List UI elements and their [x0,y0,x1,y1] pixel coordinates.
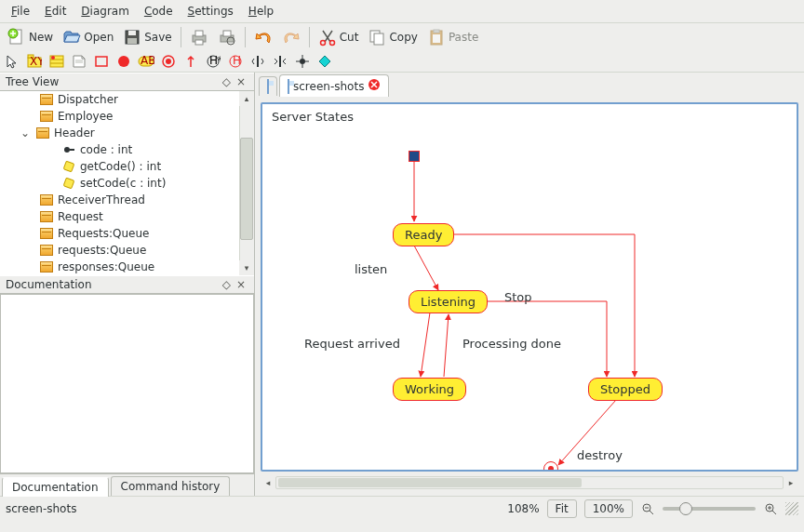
tree-item-op-setcode[interactable]: setCode(c : int) [0,175,254,192]
print-preview-icon [218,28,236,47]
pointer-tool-icon[interactable] [4,53,20,70]
new-button[interactable]: New [4,25,57,49]
redo-button[interactable] [278,25,304,49]
menu-help[interactable]: Help [241,2,281,20]
detach-panel-icon[interactable]: ◇ [220,75,234,88]
scroll-up-icon[interactable]: ▴ [239,91,254,106]
zoom-in-icon[interactable] [763,501,778,516]
save-button[interactable]: Save [119,25,175,49]
state-working[interactable]: Working [393,378,466,401]
open-button[interactable]: Open [59,25,117,49]
new-label: New [29,31,53,44]
resize-grip-icon[interactable] [785,502,798,515]
svg-rect-4 [127,38,137,44]
print-icon [190,28,208,47]
svg-rect-9 [223,31,231,36]
note-icon[interactable] [71,53,87,70]
menu-diagram[interactable]: Diagram [74,2,137,20]
svg-text:H*: H* [209,54,221,67]
zoom-slider-knob[interactable] [679,502,692,515]
tree-item-header[interactable]: ⌄Header [0,125,254,141]
main-toolbar: New Open Save Cut Copy Paste [0,23,804,51]
menu-edit[interactable]: Edit [37,2,74,20]
transition-icon[interactable] [182,53,199,70]
diagram-canvas[interactable]: Server States [261,102,798,472]
tab-command-history[interactable]: Command history [111,476,231,496]
history-shallow-icon[interactable]: H* [205,53,221,70]
tree-item-employee[interactable]: Employee [0,108,254,125]
tree-item-label: ReceiverThread [58,193,145,206]
left-bottom-tabs: Documentation Command history [0,473,254,496]
operation-icon [61,160,76,173]
svg-line-43 [414,246,438,290]
save-label: Save [144,31,171,44]
zoom-100-button[interactable]: 100% [584,499,633,518]
canvas-tab-unnamed[interactable] [259,76,277,96]
documentation-textarea[interactable] [0,294,254,473]
scroll-right-icon[interactable]: ▸ [784,476,798,489]
final-state-icon[interactable] [160,53,177,70]
canvas-tab-screen-shots[interactable]: screen-shots [279,74,389,97]
undo-button[interactable] [250,25,276,49]
initial-state-icon[interactable] [115,53,132,70]
menu-code[interactable]: Code [137,2,181,20]
scroll-down-icon[interactable]: ▾ [239,260,254,275]
close-tab-icon[interactable] [368,78,381,94]
print-preview-button[interactable] [214,25,240,49]
svg-point-12 [329,41,334,46]
tree-expander-icon[interactable]: ⌄ [20,126,30,140]
state-listening[interactable]: Listening [409,290,488,313]
close-panel-icon[interactable]: × [234,278,248,291]
package-icon[interactable]: XYZ [26,53,43,70]
tree-item-attr-code[interactable]: code : int [0,141,254,158]
svg-point-24 [51,56,55,60]
tree-item-op-getcode[interactable]: getCode() : int [0,158,254,175]
zoom-slider[interactable] [663,507,756,511]
tree-item-requests-queue-2[interactable]: requests:Queue [0,242,254,259]
detach-panel-icon[interactable]: ◇ [220,278,234,291]
copy-button[interactable]: Copy [364,25,421,49]
tree-item-label: Request [58,210,103,223]
zoom-out-icon[interactable] [640,501,655,516]
attribute-icon [61,143,76,156]
box-tool-icon[interactable] [93,53,110,70]
documentation-title: Documentation [6,278,220,291]
tree-item-responses-queue[interactable]: responses:Queue [0,259,254,275]
scroll-thumb[interactable] [278,478,582,487]
menu-settings[interactable]: Settings [181,2,241,20]
copy-icon [368,28,386,47]
tree-item-dispatcher[interactable]: Dispatcher [0,91,254,108]
tree-scrollbar[interactable]: ▴ ▾ [239,91,254,275]
class-icon[interactable] [48,53,65,70]
state-stopped[interactable]: Stopped [588,378,663,401]
paste-button[interactable]: Paste [423,25,482,49]
close-panel-icon[interactable]: × [234,75,248,88]
history-deep-icon[interactable]: H [227,53,244,70]
canvas-horizontal-scrollbar[interactable]: ◂ ▸ [261,475,798,490]
zoom-fit-button[interactable]: Fit [547,499,577,518]
choice-icon[interactable] [316,53,333,70]
transition-label-processing-done: Processing done [462,337,561,351]
state-icon[interactable]: ABC [138,53,154,70]
tab-documentation[interactable]: Documentation [2,477,109,497]
junction-icon[interactable] [294,53,311,70]
initial-state-node[interactable] [409,151,420,162]
cut-scissors-icon [318,28,337,47]
scroll-thumb[interactable] [240,138,253,240]
transition-label-request-arrived: Request arrived [304,337,400,351]
diagram-sheet-icon [267,80,269,93]
tree-item-requests-queue-1[interactable]: Requests:Queue [0,225,254,242]
menu-file[interactable]: File [4,2,37,20]
tree-view[interactable]: Dispatcher Employee ⌄Header code : int g… [0,91,254,275]
print-button[interactable] [186,25,212,49]
cut-button[interactable]: Cut [315,25,363,49]
fork-icon[interactable] [249,53,266,70]
menubar: File Edit Diagram Code Settings Help [0,0,804,23]
state-ready[interactable]: Ready [393,223,454,246]
scroll-left-icon[interactable]: ◂ [261,476,275,489]
final-state-node[interactable] [543,461,558,472]
join-icon[interactable] [272,53,288,70]
tree-item-receiverthread[interactable]: ReceiverThread [0,192,254,208]
tree-item-request[interactable]: Request [0,208,254,225]
tree-item-label: Header [54,126,95,140]
